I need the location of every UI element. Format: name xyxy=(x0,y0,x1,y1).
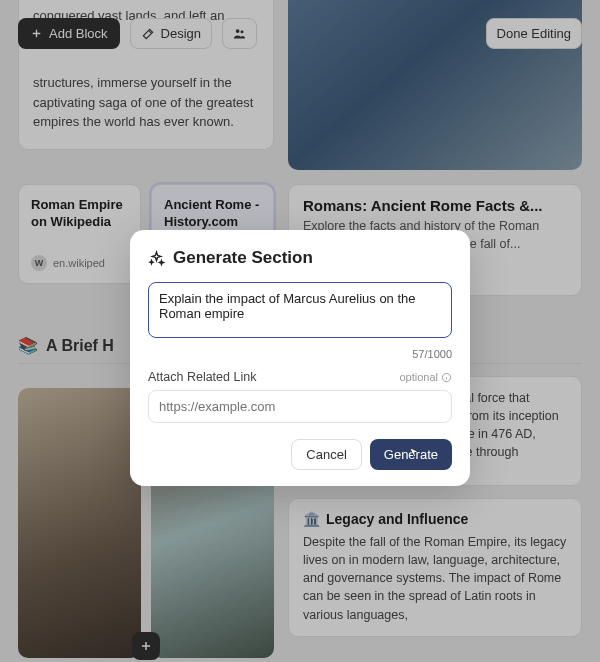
optional-label: optional xyxy=(399,371,438,383)
cancel-button[interactable]: Cancel xyxy=(291,439,361,470)
generate-section-modal: Generate Section 57/1000 Attach Related … xyxy=(130,230,470,486)
sparkle-icon xyxy=(148,250,165,267)
attach-link-label: Attach Related Link xyxy=(148,370,256,384)
generate-label: Generate xyxy=(384,447,438,462)
char-count: 57/1000 xyxy=(148,348,452,360)
prompt-input[interactable] xyxy=(148,282,452,338)
generate-button[interactable]: Generate xyxy=(370,439,452,470)
modal-title-text: Generate Section xyxy=(173,248,313,268)
info-icon xyxy=(441,372,452,383)
related-link-input[interactable] xyxy=(148,390,452,423)
